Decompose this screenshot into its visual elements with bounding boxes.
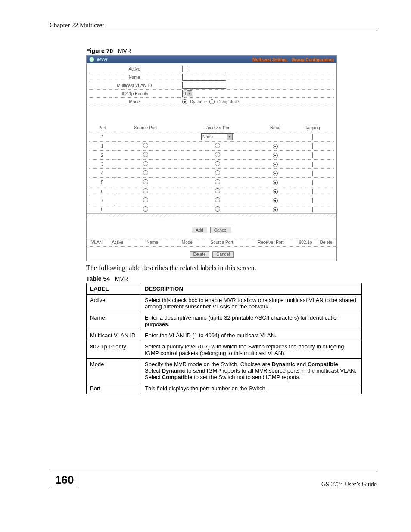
th-receiver: Receiver Port: [176, 123, 259, 132]
radio-none[interactable]: [273, 153, 278, 158]
checkbox-tagging-all[interactable]: [312, 134, 313, 140]
table-row: 7: [89, 196, 334, 205]
dropdown-arrow-icon: ▾: [187, 90, 192, 96]
checkbox-tagging[interactable]: [312, 207, 313, 212]
sh-delete: Delete: [316, 240, 336, 245]
table-label: Table 54: [86, 275, 110, 282]
button-row-2: Delete Cancel: [87, 247, 336, 261]
radio-receiver[interactable]: [215, 143, 220, 148]
radio-none[interactable]: [273, 144, 278, 149]
sh-source: Source Port: [197, 240, 246, 245]
table-row: 6: [89, 187, 334, 196]
table-row-star: * None ▾: [89, 132, 334, 142]
table-caption: Table 54 MVR: [86, 275, 377, 282]
checkbox-tagging[interactable]: [312, 180, 313, 185]
radio-source[interactable]: [143, 206, 148, 212]
form-area: Active Name Multicast VLAN ID 802.1p Pri…: [87, 63, 336, 214]
torn-edge-icon: [87, 213, 336, 220]
radio-none[interactable]: [273, 171, 278, 176]
input-name[interactable]: [182, 74, 226, 81]
radio-source[interactable]: [143, 143, 148, 148]
checkbox-tagging[interactable]: [312, 189, 313, 194]
radio-none[interactable]: [273, 189, 278, 194]
radio-receiver[interactable]: [215, 152, 220, 157]
desc-row: Name Enter a descriptive name (up to 32 …: [87, 312, 362, 330]
window-titlebar: MVR Multicast Setting Group Configuratio…: [87, 56, 336, 63]
radio-compatible[interactable]: [209, 99, 215, 104]
radio-receiver[interactable]: [215, 170, 220, 175]
radio-dynamic[interactable]: [182, 99, 187, 104]
link-group-configuration[interactable]: Group Configuration: [292, 57, 334, 62]
radio-source[interactable]: [143, 161, 148, 166]
desc-label: Multicast VLAN ID: [87, 330, 141, 341]
sh-name: Name: [128, 240, 177, 245]
desc-label: Name: [87, 312, 141, 330]
link-multicast-setting[interactable]: Multicast Setting: [252, 57, 287, 62]
table-row: 4: [89, 169, 334, 178]
select-receiver-all[interactable]: None ▾: [201, 133, 234, 140]
checkbox-active[interactable]: [182, 66, 188, 72]
radio-source[interactable]: [143, 197, 148, 202]
guide-name: GS-2724 User’s Guide: [321, 481, 377, 488]
desc-label: 802.1p Priority: [87, 341, 141, 359]
th-port: Port: [89, 123, 115, 132]
radio-none[interactable]: [273, 207, 278, 212]
checkbox-tagging[interactable]: [312, 152, 313, 158]
label-mvlan: Multicast VLAN ID: [89, 83, 180, 88]
checkbox-tagging[interactable]: [312, 162, 313, 167]
figure-caption: Figure 70 MVR: [86, 47, 377, 54]
page-header: Chapter 22 Multicast: [50, 22, 377, 31]
radio-none[interactable]: [273, 198, 278, 203]
radio-none[interactable]: [273, 180, 278, 185]
port-table: Port Source Port Receiver Port None Tagg…: [89, 123, 334, 214]
radio-source[interactable]: [143, 170, 148, 175]
checkbox-tagging[interactable]: [312, 143, 313, 149]
sh-receiver: Receiver Port: [246, 240, 295, 245]
radio-receiver[interactable]: [215, 197, 220, 202]
desc-text: Select a priority level (0-7) with which…: [141, 341, 362, 359]
desc-row-mode: Mode Specify the MVR mode on the Switch.…: [87, 359, 362, 383]
input-mvlan[interactable]: [182, 82, 226, 89]
radio-receiver[interactable]: [215, 179, 220, 184]
label-active: Active: [89, 67, 180, 72]
add-button[interactable]: Add: [192, 227, 207, 233]
radio-source[interactable]: [143, 179, 148, 184]
radio-source[interactable]: [143, 152, 148, 157]
th-source: Source Port: [115, 123, 176, 132]
radio-receiver[interactable]: [215, 161, 220, 166]
cancel-button-2[interactable]: Cancel: [212, 251, 234, 258]
radio-source[interactable]: [143, 188, 148, 193]
checkbox-tagging[interactable]: [312, 171, 313, 176]
figure-label: Figure 70: [86, 47, 113, 54]
page-footer: 160 GS-2724 User’s Guide: [50, 472, 377, 488]
chapter-title: Chapter 22 Multicast: [50, 22, 104, 28]
cancel-button[interactable]: Cancel: [210, 227, 231, 233]
select-priority-value: 0: [184, 91, 186, 96]
radio-receiver[interactable]: [215, 206, 220, 212]
sh-mode: Mode: [177, 240, 197, 245]
description-table: LABEL DESCRIPTION Active Select this che…: [86, 283, 362, 394]
desc-label: Mode: [87, 359, 141, 383]
delete-button[interactable]: Delete: [190, 251, 210, 258]
figure-title: MVR: [118, 47, 131, 54]
select-priority[interactable]: 0 ▾: [182, 90, 193, 97]
radio-none[interactable]: [273, 162, 278, 167]
page-number: 160: [50, 472, 79, 488]
desc-label: Active: [87, 295, 141, 312]
desc-text: Enter the VLAN ID (1 to 4094) of the mul…: [141, 330, 362, 341]
summary-header: VLAN Active Name Mode Source Port Receiv…: [87, 238, 336, 247]
table-title: MVR: [115, 275, 128, 282]
checkbox-tagging[interactable]: [312, 198, 313, 203]
table-row: 3: [89, 160, 334, 169]
th-label: LABEL: [87, 283, 141, 295]
desc-row: Multicast VLAN ID Enter the VLAN ID (1 t…: [87, 330, 362, 341]
desc-row: 802.1p Priority Select a priority level …: [87, 341, 362, 359]
mvr-screenshot: MVR Multicast Setting Group Configuratio…: [86, 55, 337, 261]
th-desc: DESCRIPTION: [141, 283, 362, 295]
button-row: Add Cancel: [87, 220, 336, 238]
th-tagging: Tagging: [291, 123, 334, 132]
radio-receiver[interactable]: [215, 188, 220, 193]
cell-port-star: *: [89, 132, 115, 142]
table-row: 2: [89, 151, 334, 160]
desc-label: Port: [87, 383, 141, 394]
